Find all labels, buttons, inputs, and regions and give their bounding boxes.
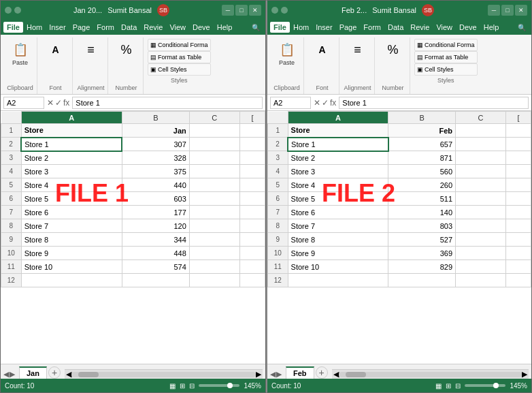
cell-store[interactable]: Store 6 xyxy=(21,206,122,219)
alignment-button-2[interactable]: ≡ xyxy=(347,39,369,61)
menu-help[interactable]: Help xyxy=(214,22,236,33)
cell-store[interactable]: Store 2 xyxy=(21,151,122,165)
cell-empty[interactable] xyxy=(122,274,189,287)
cell-value[interactable]: 344 xyxy=(122,233,189,247)
view-page-icon[interactable]: ⊞ xyxy=(180,382,185,390)
number-button[interactable]: % xyxy=(116,39,137,61)
prev-sheet-icon[interactable]: ◀ xyxy=(3,370,9,379)
format-table-button[interactable]: ▤ Format as Table xyxy=(148,51,211,63)
alignment-button[interactable]: ≡ xyxy=(80,39,102,61)
col-header-b-2[interactable]: B xyxy=(388,112,456,124)
cell-store[interactable]: Store 2 xyxy=(288,151,388,165)
scroll-right-icon-2[interactable]: ▶ xyxy=(522,370,527,379)
menu-data-2[interactable]: Data xyxy=(384,22,407,33)
cell-value[interactable]: 448 xyxy=(122,247,189,260)
cancel-formula-icon-2[interactable]: ✕ xyxy=(314,98,320,108)
menu-page[interactable]: Page xyxy=(69,22,94,33)
scroll-track-2[interactable] xyxy=(339,372,522,377)
cell-store[interactable]: Store 4 xyxy=(288,178,388,192)
insert-function-icon[interactable]: fx xyxy=(63,98,69,108)
menu-dev-2[interactable]: Deve xyxy=(456,22,480,33)
cell-value[interactable]: 657 xyxy=(388,138,456,151)
paste-button-2[interactable]: 📋 Paste xyxy=(276,39,298,67)
cell-c[interactable] xyxy=(456,192,506,206)
cell-store[interactable]: Store 8 xyxy=(288,233,388,247)
add-sheet-button-2[interactable]: + xyxy=(316,366,328,379)
conditional-format-button[interactable]: ▦ Conditional Forma xyxy=(148,39,211,51)
cell-value[interactable]: 375 xyxy=(122,165,189,178)
cell-c[interactable] xyxy=(189,138,239,151)
search-icon[interactable]: 🔍 xyxy=(252,22,263,32)
formula-input[interactable]: Store 1 xyxy=(72,97,263,109)
cell-empty[interactable] xyxy=(288,274,388,287)
minimize-button-2[interactable]: ─ xyxy=(488,5,500,16)
sheet-area-file2[interactable]: FILE 2 A B C [ 1 xyxy=(267,111,531,364)
scroll-thumb-2[interactable] xyxy=(346,372,366,377)
cell-store[interactable]: Store 8 xyxy=(21,233,122,247)
cell-c[interactable] xyxy=(189,260,239,274)
col-header-d-2[interactable]: [ xyxy=(506,112,531,124)
next-sheet-icon[interactable]: ▶ xyxy=(10,370,15,379)
cell-c[interactable] xyxy=(456,219,506,233)
maximize-button-2[interactable]: □ xyxy=(501,5,514,16)
scroll-right-icon[interactable]: ▶ xyxy=(256,370,261,379)
close-button[interactable]: ✕ xyxy=(249,5,261,16)
menu-page-2[interactable]: Page xyxy=(336,22,361,33)
cell-c[interactable] xyxy=(189,165,239,178)
cell-value[interactable]: 307 xyxy=(122,138,189,151)
menu-dev[interactable]: Deve xyxy=(189,22,214,33)
horizontal-scrollbar-file1[interactable]: ◀ ▶ xyxy=(65,369,263,379)
cell-reference-box[interactable]: A2 xyxy=(3,97,44,109)
cell-c[interactable] xyxy=(456,151,506,165)
menu-insert-2[interactable]: Inser xyxy=(312,22,335,33)
zoom-slider[interactable] xyxy=(199,384,239,387)
cell-value[interactable]: 260 xyxy=(388,178,456,192)
maximize-button[interactable]: □ xyxy=(235,5,248,16)
cell-c[interactable] xyxy=(189,151,239,165)
conditional-format-button-2[interactable]: ▦ Conditional Forma xyxy=(414,39,478,51)
menu-form[interactable]: Form xyxy=(93,22,118,33)
cell-store[interactable]: Store 3 xyxy=(288,165,388,178)
cell-store[interactable]: Store 9 xyxy=(21,247,122,260)
cell-value[interactable]: 440 xyxy=(122,178,189,192)
cell-empty[interactable] xyxy=(189,274,239,287)
cell-empty[interactable] xyxy=(456,274,506,287)
header-store[interactable]: Store xyxy=(21,124,122,138)
menu-help-2[interactable]: Help xyxy=(480,22,503,33)
menu-home[interactable]: Hom xyxy=(23,22,46,33)
cell-c[interactable] xyxy=(456,247,506,260)
cell-c[interactable] xyxy=(189,233,239,247)
scroll-left-icon[interactable]: ◀ xyxy=(66,370,71,379)
cell-store[interactable]: Store 3 xyxy=(21,165,122,178)
close-button-2[interactable]: ✕ xyxy=(515,5,527,16)
menu-review[interactable]: Revie xyxy=(140,22,166,33)
menu-home-2[interactable]: Hom xyxy=(290,22,312,33)
view-normal-icon-2[interactable]: ▦ xyxy=(435,382,442,390)
scroll-left-icon-2[interactable]: ◀ xyxy=(333,370,339,379)
format-table-button-2[interactable]: ▤ Format as Table xyxy=(414,51,478,63)
tab-feb[interactable]: Feb xyxy=(286,366,314,379)
prev-sheet-icon-2[interactable]: ◀ xyxy=(270,370,276,379)
cell-store[interactable]: Store 7 xyxy=(21,219,122,233)
cell-c[interactable] xyxy=(456,165,506,178)
zoom-slider-2[interactable] xyxy=(465,384,505,387)
view-break-icon[interactable]: ⊟ xyxy=(189,382,195,390)
cell-value[interactable]: 177 xyxy=(122,206,189,219)
cell-store[interactable]: Store 5 xyxy=(21,192,122,206)
cell-store[interactable]: Store 9 xyxy=(288,247,388,260)
cell-value[interactable]: 140 xyxy=(388,206,456,219)
menu-data[interactable]: Data xyxy=(118,22,140,33)
cell-store[interactable]: Store 7 xyxy=(288,219,388,233)
cell-reference-box-2[interactable]: A2 xyxy=(270,97,311,109)
menu-view[interactable]: View xyxy=(166,22,189,33)
cell-c[interactable] xyxy=(456,233,506,247)
font-button[interactable]: A xyxy=(45,39,67,61)
cell-c1[interactable] xyxy=(189,124,239,138)
cell-value[interactable]: 574 xyxy=(122,260,189,274)
cell-empty[interactable] xyxy=(388,274,456,287)
cell-store[interactable]: Store 10 xyxy=(288,260,388,274)
menu-view-2[interactable]: View xyxy=(433,22,456,33)
cell-styles-button-2[interactable]: ▣ Cell Styles xyxy=(414,63,478,76)
cell-empty[interactable] xyxy=(21,274,122,287)
menu-file[interactable]: File xyxy=(3,22,23,33)
